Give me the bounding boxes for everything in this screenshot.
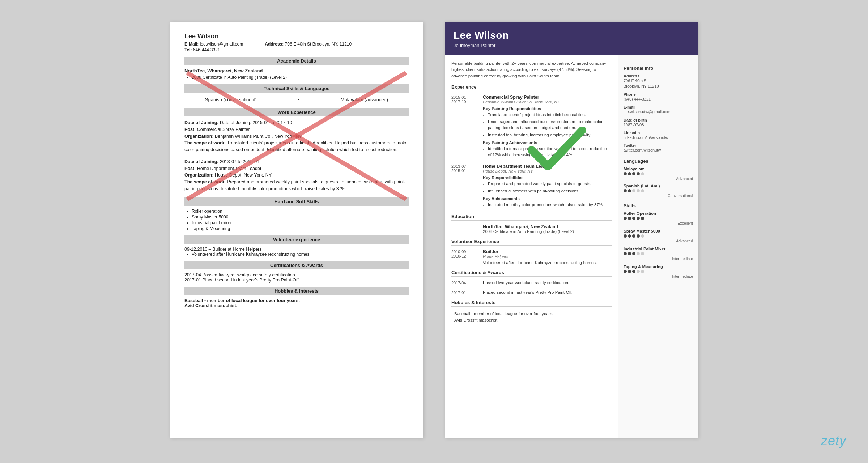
left-job2: Date of Joining: 2013-07 to 2015-01 Post… [184, 158, 409, 192]
right-hobbies-heading: Hobbies & Interests [451, 300, 612, 307]
right-job2-title: Home Department Team Leader [483, 164, 612, 169]
right-certs-heading: Certifications & Awards [451, 270, 612, 277]
right-main-col: Personable building painter with 2+ year… [445, 55, 618, 438]
right-job1-ach-list: Identified alternate painting solution w… [488, 146, 612, 158]
job2-scope: The scope of work: Prepared and promoted… [184, 179, 409, 192]
hard-soft-title: Hard and Soft Skills [184, 197, 409, 206]
job2-date: Date of Joining: 2013-07 to 2015-01 [184, 158, 409, 165]
work-exp-section-title: Work Experience [184, 108, 409, 116]
languages-heading: Languages [624, 158, 693, 164]
certs-section-title: Certifications & Awards [184, 261, 409, 269]
resume-left: Lee Wilson E-Mail: lee.wilson@gmail.com … [170, 22, 423, 438]
right-job1-resp-heading: Key Painting Responsibilities [483, 106, 612, 111]
skill-paint-mixer: Industrial Paint Mixer Intermediate [624, 247, 693, 261]
email-label: E-mail [624, 105, 693, 109]
twitter-value: twitter.com/wilsonutw [624, 148, 693, 153]
right-cert-1: 2017-04 Passed five-year workplace safet… [451, 280, 612, 285]
right-job2-company: House Depot, New York, NY [483, 169, 612, 173]
right-hobbies-content: Baseball - member of local league for ov… [451, 310, 612, 324]
right-hobby-2: Avid Crossfit masochist. [454, 317, 612, 323]
right-exp-heading: Experience [451, 84, 612, 91]
right-cert-2: 2017-01 Placed second in last year's Pre… [451, 290, 612, 295]
right-summary: Personable building painter with 2+ year… [451, 60, 612, 79]
right-job2-resp-list: Prepared and promoted weekly paint speci… [488, 181, 612, 194]
right-job2-ach-list: Instituted monthly color promotions whic… [488, 202, 612, 208]
left-contact: E-Mail: lee.wilson@gmail.com Address: 70… [184, 42, 409, 52]
right-vol-desc: Volunteered after Hurricane Kuhrayzee re… [483, 260, 612, 265]
right-vol-heading: Volunteer Experience [451, 239, 612, 246]
left-skills-row: Spanish (conversational) • Malayalam (ad… [184, 95, 409, 104]
right-name: Lee Wilson [454, 30, 689, 41]
right-job2-ach-heading: Key Achievements [483, 196, 612, 201]
linkedin-value: linkedin.com/in/wilsonutw [624, 135, 693, 140]
right-vol-block: 2010-09 - 2010-12 Builder Home Helpers V… [451, 249, 612, 265]
left-job1: Date of Joining: Date of Joining: 2015-0… [184, 119, 409, 153]
skill-spray: Spray Master 5000 Advanced [624, 229, 693, 243]
technical-section-title: Technical Skills & Languages [184, 84, 409, 93]
right-vol-org: Home Helpers [483, 254, 612, 259]
right-edu-institution: NorthTec, Whangarei, New Zealand [483, 224, 612, 229]
hobbies-section-title: Hobbies & Interests [184, 287, 409, 295]
resume-right: Lee Wilson Journeyman Painter Personable… [445, 22, 698, 438]
skill-malayalam: Malayalam (advanced) [341, 97, 388, 102]
hobby-2: Avid Crossfit masochist. [184, 303, 409, 308]
job1-scope: The scope of work: Translated clients' p… [184, 140, 409, 153]
address-label: Address [624, 74, 693, 78]
skill-item-1: Roller operation [192, 209, 409, 214]
left-email: E-Mail: lee.wilson@gmail.com [184, 42, 243, 47]
email-value: lee.wilson.utw@gmail.com [624, 109, 693, 115]
right-vol-title: Builder [483, 249, 612, 254]
left-skills-list: Roller operation Spray Master 5000 Indus… [192, 209, 409, 231]
right-header: Lee Wilson Journeyman Painter [445, 22, 698, 55]
right-job1-content: Commercial Spray Painter Benjamin Willia… [483, 95, 612, 159]
right-side-col: Personal Info Address 706 E 40th StBrook… [618, 55, 698, 438]
right-job1-ach-heading: Key Painting Achievements [483, 140, 612, 145]
job1-post: Post: Commercial Spray Painter [184, 126, 409, 133]
right-job1-resp-list: Translated clients' project ideas into f… [488, 112, 612, 138]
left-hobbies: Baseball - member of local league for ov… [184, 298, 409, 308]
job1-date: Date of Joining: Date of Joining: 2015-0… [184, 119, 409, 126]
left-edu-item: 2008 Certificate in Auto Painting (Trade… [192, 75, 409, 80]
right-hobby-1: Baseball - member of local league for ov… [454, 310, 612, 317]
right-vol-content: Builder Home Helpers Volunteered after H… [483, 249, 612, 265]
left-volunteer: 09-12.2010 – Builder at Home Helpers Vol… [184, 247, 409, 257]
right-edu-heading: Education [451, 214, 612, 221]
left-education-list: 2008 Certificate in Auto Painting (Trade… [192, 75, 409, 80]
job2-org: Organization: House Depot, New York, NY [184, 172, 409, 179]
dob-label: Date of birth [624, 118, 693, 122]
job1-org: Organization: Benjamin Williams Paint Co… [184, 133, 409, 140]
right-edu-content: NorthTec, Whangarei, New Zealand 2008 Ce… [483, 224, 612, 234]
phone-label: Phone [624, 92, 693, 97]
cert-item-1: 2017-04 Passed five-year workplace safet… [184, 272, 409, 277]
right-body: Personable building painter with 2+ year… [445, 55, 698, 438]
academic-section-title: Academic Details [184, 57, 409, 65]
lang-spanish-level: Conversational [624, 194, 693, 198]
phone-value: (646) 444-3321 [624, 97, 693, 102]
lang-malayalam-dots [624, 172, 693, 175]
right-job2: 2013-07 - 2015-01 Home Department Team L… [451, 164, 612, 209]
volunteer-section-title: Volunteer experience [184, 235, 409, 244]
skill-item-3: Industrial paint mixer [192, 220, 409, 225]
right-job1: 2015-01 - 2017-10 Commercial Spray Paint… [451, 95, 612, 159]
personal-info-heading: Personal Info [624, 65, 693, 71]
right-vol-date: 2010-09 - 2010-12 [451, 249, 478, 265]
dob-value: 1987-07-08 [624, 122, 693, 128]
lang-malayalam: Malayalam Advanced [624, 167, 693, 181]
lang-spanish-name: Spanish (Lat. Am.) [624, 184, 693, 188]
right-edu-block: NorthTec, Whangarei, New Zealand 2008 Ce… [451, 224, 612, 234]
skill-taping: Taping & Measuring Intermediate [624, 264, 693, 279]
address-value: 706 E 40th StBrooklyn, NY 11210 [624, 78, 693, 89]
right-job1-company: Benjamin Williams Paint Co., New York, N… [483, 100, 612, 104]
hobby-1: Baseball - member of local league for ov… [184, 298, 409, 303]
twitter-label: Twitter [624, 143, 693, 148]
lang-malayalam-name: Malayalam [624, 167, 693, 171]
lang-spanish-dots [624, 189, 693, 192]
vol-list: Volunteered after Hurricane Kuhrayzee re… [192, 252, 409, 257]
cert-item-2: 2017-01 Placed second in last year's Pre… [184, 277, 409, 283]
left-name: Lee Wilson [184, 33, 409, 40]
right-job2-content: Home Department Team Leader House Depot,… [483, 164, 612, 209]
right-edu-date [451, 224, 478, 234]
left-institution: NorthTec, Whangarei, New Zealand [184, 68, 409, 73]
right-title: Journeyman Painter [454, 43, 689, 48]
skill-roller: Roller Operation Excellent [624, 211, 693, 225]
